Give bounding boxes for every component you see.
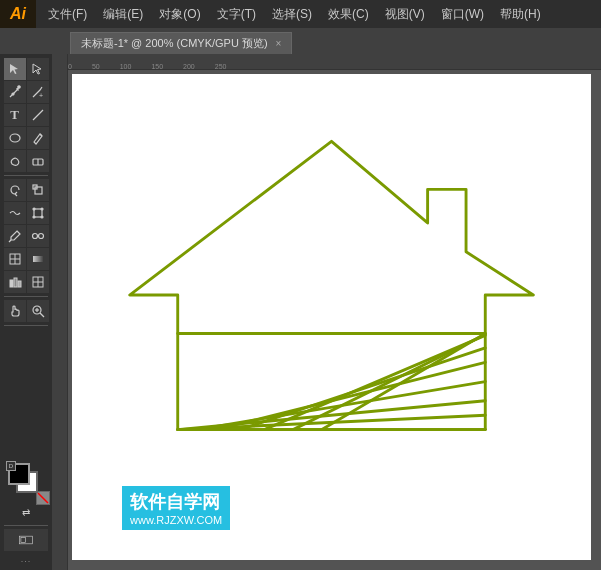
ruler-tick: 50 xyxy=(92,63,100,70)
svg-line-30 xyxy=(40,313,44,317)
tool-separator-2 xyxy=(4,296,48,297)
zoom-tool[interactable] xyxy=(27,300,49,322)
svg-point-4 xyxy=(10,134,20,142)
svg-line-3 xyxy=(33,110,43,120)
warp-tool[interactable] xyxy=(4,202,26,224)
vertical-ruler xyxy=(52,54,68,570)
menu-text[interactable]: 文字(T) xyxy=(209,0,264,28)
mesh-tool[interactable] xyxy=(4,248,26,270)
tool-row-8 xyxy=(4,225,49,247)
svg-point-0 xyxy=(17,86,19,88)
screen-mode-row xyxy=(4,529,48,551)
tool-row-6 xyxy=(4,179,49,201)
menu-window[interactable]: 窗口(W) xyxy=(433,0,492,28)
svg-rect-24 xyxy=(14,278,17,287)
tool-row-3: T xyxy=(4,104,49,126)
menu-edit[interactable]: 编辑(E) xyxy=(95,0,151,28)
ruler-tick: 0 xyxy=(68,63,72,70)
tool-row-4 xyxy=(4,127,49,149)
hand-tool[interactable] xyxy=(4,300,26,322)
tool-row-5 xyxy=(4,150,49,172)
svg-point-12 xyxy=(41,208,43,210)
tab-bar: 未标题-1* @ 200% (CMYK/GPU 预览) × xyxy=(0,28,601,54)
title-bar: Ai 文件(F) 编辑(E) 对象(O) 文字(T) 选择(S) 效果(C) 视… xyxy=(0,0,601,28)
tab-close-button[interactable]: × xyxy=(276,38,282,49)
svg-rect-22 xyxy=(33,256,43,262)
ruler-tick: 100 xyxy=(120,63,132,70)
menu-help[interactable]: 帮助(H) xyxy=(492,0,549,28)
menu-effect[interactable]: 效果(C) xyxy=(320,0,377,28)
rotate-tool[interactable] xyxy=(4,179,26,201)
menu-view[interactable]: 视图(V) xyxy=(377,0,433,28)
svg-point-1 xyxy=(12,93,14,95)
svg-point-14 xyxy=(41,216,43,218)
svg-rect-10 xyxy=(34,209,42,217)
svg-point-16 xyxy=(32,234,37,239)
svg-point-11 xyxy=(33,208,35,210)
tool-row-7 xyxy=(4,202,49,224)
color-swatches: D xyxy=(6,461,50,505)
svg-text:+: + xyxy=(39,92,43,99)
swap-colors-button[interactable]: ⇄ xyxy=(6,507,46,518)
svg-rect-23 xyxy=(10,280,13,287)
ruler-tick: 200 xyxy=(183,63,195,70)
svg-line-41 xyxy=(216,362,485,429)
tool-row-9 xyxy=(4,248,49,270)
pen-tool[interactable] xyxy=(4,81,26,103)
svg-rect-8 xyxy=(35,187,42,194)
menu-bar: 文件(F) 编辑(E) 对象(O) 文字(T) 选择(S) 效果(C) 视图(V… xyxy=(36,0,601,28)
tool-separator-3 xyxy=(4,325,48,326)
menu-file[interactable]: 文件(F) xyxy=(40,0,95,28)
menu-object[interactable]: 对象(O) xyxy=(151,0,208,28)
ruler-tick: 150 xyxy=(151,63,163,70)
free-transform-tool[interactable] xyxy=(27,202,49,224)
pencil-tool[interactable] xyxy=(27,127,49,149)
svg-point-17 xyxy=(38,234,43,239)
tool-row-2: + xyxy=(4,81,49,103)
more-tools-indicator[interactable]: ··· xyxy=(21,556,32,566)
blend-tool[interactable] xyxy=(27,225,49,247)
blob-brush-tool[interactable] xyxy=(4,150,26,172)
tab-label: 未标题-1* @ 200% (CMYK/GPU 预览) xyxy=(81,36,268,51)
svg-point-13 xyxy=(33,216,35,218)
svg-line-15 xyxy=(9,240,11,242)
scale-tool[interactable] xyxy=(27,179,49,201)
color-area: D ⇄ xyxy=(2,457,50,522)
menu-select[interactable]: 选择(S) xyxy=(264,0,320,28)
none-swatch[interactable] xyxy=(36,491,50,505)
svg-line-33 xyxy=(38,493,48,503)
artwork xyxy=(72,74,591,545)
type-tool[interactable]: T xyxy=(4,104,26,126)
tool-row-1 xyxy=(4,58,49,80)
svg-rect-35 xyxy=(21,537,25,542)
tool-separator-4 xyxy=(4,525,48,526)
ellipse-tool[interactable] xyxy=(4,127,26,149)
tool-separator-1 xyxy=(4,175,48,176)
tool-row-11 xyxy=(4,300,49,322)
add-anchor-tool[interactable]: + xyxy=(27,81,49,103)
canvas-area[interactable]: 0 50 100 150 200 250 xyxy=(52,54,601,570)
column-graph-tool[interactable] xyxy=(4,271,26,293)
line-tool[interactable] xyxy=(27,104,49,126)
default-colors-button[interactable]: D xyxy=(6,461,16,471)
tool-row-10 xyxy=(4,271,49,293)
svg-line-5 xyxy=(40,134,42,136)
eyedropper-tool[interactable] xyxy=(4,225,26,247)
ruler-tick: 250 xyxy=(215,63,227,70)
selection-tool[interactable] xyxy=(4,58,26,80)
app-logo: Ai xyxy=(0,0,36,28)
eraser-tool[interactable] xyxy=(27,150,49,172)
toolbar: + T xyxy=(0,54,52,570)
ruler-ticks-h: 0 50 100 150 200 250 xyxy=(68,54,246,70)
main-area: + T xyxy=(0,54,601,570)
direct-selection-tool[interactable] xyxy=(27,58,49,80)
svg-rect-25 xyxy=(18,281,21,287)
gradient-tool[interactable] xyxy=(27,248,49,270)
document-tab[interactable]: 未标题-1* @ 200% (CMYK/GPU 预览) × xyxy=(70,32,292,54)
slice-tool[interactable] xyxy=(27,271,49,293)
screen-mode-button[interactable] xyxy=(4,529,48,551)
horizontal-ruler: 0 50 100 150 200 250 xyxy=(52,54,601,70)
